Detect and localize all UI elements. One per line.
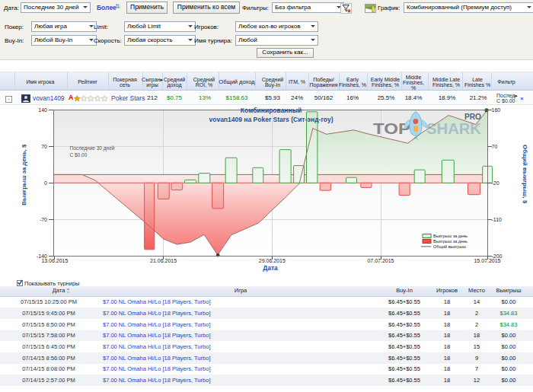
svg-text:Общий выигрыш: Общий выигрыш bbox=[433, 244, 467, 249]
svg-text:TOP: TOP bbox=[373, 120, 410, 137]
svg-text:Комбинированный: Комбинированный bbox=[241, 107, 302, 114]
svg-text:vovan1409 на Poker Stars (Сит-: vovan1409 на Poker Stars (Сит-энд-гоу) bbox=[209, 116, 334, 123]
svg-text:Выигрыш за день: Выигрыш за день bbox=[433, 239, 468, 244]
svg-text:PRO: PRO bbox=[464, 113, 481, 121]
svg-text:07.07.2015: 07.07.2015 bbox=[367, 258, 394, 263]
svg-text:29.06.2015: 29.06.2015 bbox=[259, 258, 286, 263]
svg-text:Последние 30 дней: Последние 30 дней bbox=[70, 145, 115, 151]
svg-text:-70: -70 bbox=[40, 217, 47, 222]
svg-text:15.07.2015: 15.07.2015 bbox=[474, 258, 500, 263]
svg-text:Дата: Дата bbox=[263, 264, 278, 272]
svg-text:SHARK: SHARK bbox=[426, 120, 481, 137]
svg-text:70: 70 bbox=[41, 144, 47, 149]
svg-text:-20: -20 bbox=[492, 180, 499, 186]
svg-text:70: 70 bbox=[492, 144, 498, 149]
svg-text:0: 0 bbox=[44, 180, 47, 186]
svg-text:Общий выигрыш, $: Общий выигрыш, $ bbox=[522, 145, 528, 204]
svg-text:С $0.00: С $0.00 bbox=[70, 152, 88, 158]
svg-text:Выигрыш за день: Выигрыш за день bbox=[433, 234, 468, 238]
svg-text:-110: -110 bbox=[492, 217, 503, 222]
svg-text:Выигрыш за день, $: Выигрыш за день, $ bbox=[21, 144, 27, 206]
svg-text:160: 160 bbox=[492, 107, 501, 113]
svg-text:140: 140 bbox=[38, 107, 47, 113]
svg-text:13.06.2015: 13.06.2015 bbox=[41, 258, 68, 263]
svg-text:21.06.2015: 21.06.2015 bbox=[150, 258, 177, 263]
